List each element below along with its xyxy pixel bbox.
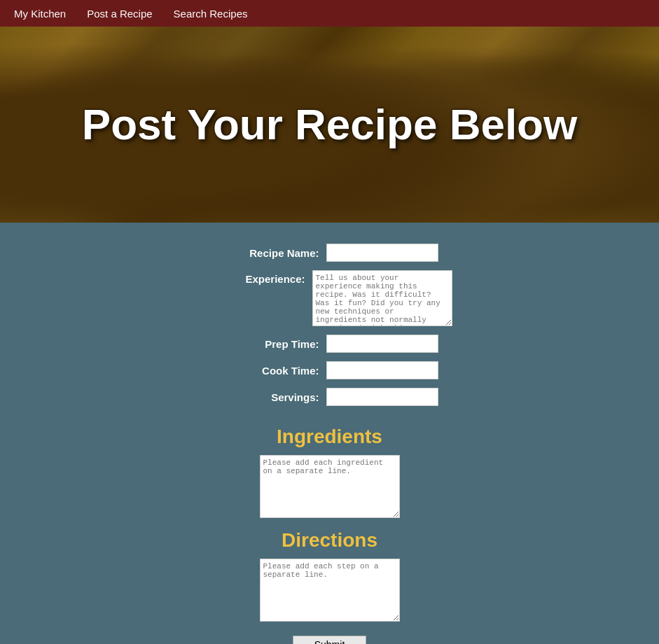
- experience-row: Experience:: [85, 270, 575, 326]
- prep-time-label: Prep Time:: [221, 338, 319, 350]
- servings-input[interactable]: [326, 388, 438, 406]
- hero-title: Post Your Recipe Below: [82, 101, 577, 148]
- prep-time-input[interactable]: [326, 335, 438, 353]
- cook-time-label: Cook Time:: [221, 365, 319, 377]
- ingredients-container: [260, 455, 400, 518]
- cook-time-row: Cook Time:: [85, 361, 575, 379]
- nav-post-recipe[interactable]: Post a Recipe: [87, 8, 152, 20]
- nav-search-recipes[interactable]: Search Recipes: [174, 8, 248, 20]
- directions-container: [260, 559, 400, 622]
- submit-button[interactable]: Submit: [293, 636, 367, 644]
- servings-label: Servings:: [221, 391, 319, 403]
- recipe-name-row: Recipe Name:: [85, 244, 575, 262]
- experience-label: Experience:: [207, 273, 305, 285]
- cook-time-input[interactable]: [326, 361, 438, 379]
- ingredients-heading: Ingredients: [277, 426, 382, 448]
- recipe-name-input[interactable]: [326, 244, 438, 262]
- ingredients-textarea[interactable]: [260, 455, 400, 518]
- recipe-name-label: Recipe Name:: [221, 247, 319, 259]
- directions-textarea[interactable]: [260, 559, 400, 622]
- experience-textarea[interactable]: [312, 270, 452, 326]
- hero-banner: Post Your Recipe Below: [0, 27, 659, 223]
- directions-heading: Directions: [282, 529, 377, 552]
- prep-time-row: Prep Time:: [85, 335, 575, 353]
- servings-row: Servings:: [85, 388, 575, 406]
- navigation: My Kitchen Post a Recipe Search Recipes: [0, 0, 659, 27]
- nav-my-kitchen[interactable]: My Kitchen: [14, 8, 66, 20]
- recipe-form-section: Recipe Name: Experience: Prep Time: Cook…: [0, 223, 659, 644]
